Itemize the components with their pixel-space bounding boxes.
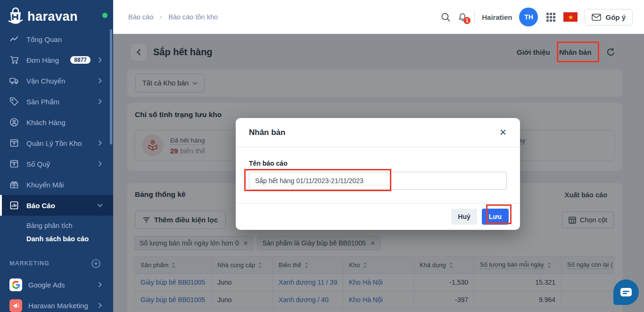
gift-icon — [9, 180, 19, 189]
store-name[interactable]: Hairatien — [482, 13, 512, 21]
avatar[interactable]: TH — [519, 8, 538, 26]
feedback-button[interactable]: Góp ý — [585, 9, 633, 25]
breadcrumb-bao-cao[interactable]: Báo cáo — [128, 13, 153, 21]
breadcrumb: Báo cáo › Báo cáo tồn kho — [128, 13, 218, 21]
google-ads-icon — [9, 278, 22, 291]
sidebar-item-san-pham[interactable]: Sản Phẩm — [0, 91, 113, 112]
save-button[interactable]: Lưu — [482, 209, 509, 225]
sidebar-scrollbar[interactable] — [110, 29, 112, 144]
tag-icon — [9, 97, 19, 106]
topbar: Báo cáo › Báo cáo tồn kho 1 Hairatien TH… — [113, 0, 644, 34]
haravan-logo[interactable]: haravan — [7, 7, 78, 26]
vietnam-flag-icon[interactable]: ★ — [563, 12, 578, 22]
chevron-right-icon — [95, 57, 105, 63]
customer-icon — [9, 118, 19, 127]
report-name-input[interactable] — [249, 172, 507, 190]
sidebar-item-khuyen-mai[interactable]: Khuyến Mãi — [0, 174, 113, 195]
chevron-right-icon — [95, 140, 105, 146]
marketing-section-header: MARKETING — [9, 260, 50, 267]
sidebar-item-google-ads[interactable]: Google Ads — [0, 274, 113, 295]
envelope-icon — [592, 14, 601, 21]
chevron-right-icon — [95, 303, 105, 308]
sidebar-item-van-chuyen[interactable]: Vận Chuyển — [0, 70, 113, 91]
sidebar-subitem-bang-phan-tich[interactable]: Bảng phân tích — [26, 222, 73, 229]
chevron-right-icon — [95, 78, 105, 84]
sidebar-item-khach-hang[interactable]: Khách Hàng — [0, 112, 113, 133]
cancel-button[interactable]: Huỷ — [451, 209, 477, 225]
breadcrumb-bao-cao-ton-kho[interactable]: Báo cáo tồn kho — [168, 13, 218, 21]
notifications-bell-icon[interactable]: 1 — [458, 12, 467, 22]
online-status-dot — [102, 13, 107, 18]
sidebar-item-bao-cao[interactable]: Báo Cáo — [0, 195, 113, 216]
chevron-right-icon — [95, 161, 105, 167]
sidebar-item-tong-quan[interactable]: Tổng Quan — [0, 29, 113, 50]
add-marketing-channel-icon[interactable] — [91, 259, 101, 270]
orders-count-badge: 8877 — [70, 56, 91, 64]
sidebar: haravan Tổng Quan Đơn Hàng 8877 Vận Chuy… — [0, 0, 113, 312]
breadcrumb-separator-icon: › — [160, 14, 162, 20]
chevron-right-icon — [95, 99, 105, 104]
sidebar-item-so-quy[interactable]: Số Quỹ — [0, 153, 113, 174]
haravan-bag-icon — [7, 7, 25, 26]
sidebar-item-quan-ly-ton-kho[interactable]: Quản Lý Tồn Kho — [0, 133, 113, 153]
search-icon[interactable] — [441, 12, 451, 22]
report-chart-icon — [9, 201, 19, 210]
cart-icon — [9, 55, 19, 65]
inventory-box-icon — [9, 138, 19, 148]
chat-bubble-icon — [620, 287, 632, 297]
apps-grid-icon[interactable] — [545, 11, 556, 23]
sidebar-item-haravan-marketing[interactable]: Haravan Marketing — [0, 295, 113, 312]
sidebar-subitem-danh-sach-bao-cao[interactable]: Danh sách báo cáo — [26, 235, 89, 243]
line-chart-icon — [9, 34, 19, 44]
duplicate-report-modal: Nhân bản ✕ Tên báo cáo Huỷ Lưu — [236, 118, 520, 230]
cashbox-icon — [9, 159, 19, 169]
haravan-marketing-icon — [9, 299, 22, 312]
notification-count-badge: 1 — [463, 17, 471, 24]
logo-wordmark: haravan — [27, 9, 78, 24]
topbar-divider — [474, 10, 475, 24]
chevron-down-icon — [95, 203, 105, 207]
chat-widget-button[interactable] — [613, 279, 639, 305]
sidebar-item-don-hang[interactable]: Đơn Hàng 8877 — [0, 50, 113, 70]
chevron-right-icon — [95, 282, 105, 287]
close-icon[interactable]: ✕ — [499, 127, 507, 138]
report-name-label: Tên báo cáo — [249, 160, 507, 167]
truck-icon — [9, 76, 19, 85]
modal-title: Nhân bản — [249, 128, 285, 137]
